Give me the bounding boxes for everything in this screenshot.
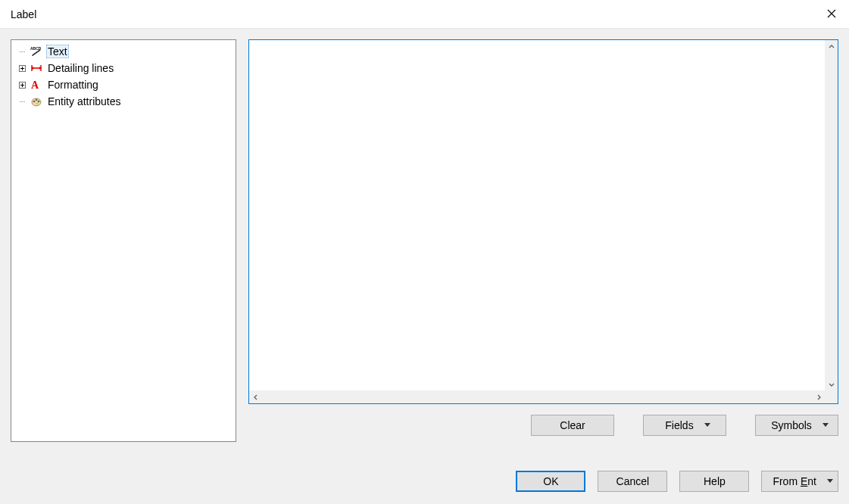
dropdown-caret-icon <box>827 479 833 484</box>
help-button[interactable]: Help <box>679 471 749 492</box>
close-button[interactable] <box>814 0 849 29</box>
from-ent-button[interactable]: From Ent <box>761 471 838 492</box>
tree-expander <box>14 43 30 60</box>
tree-item-detailing-lines[interactable]: Detailing lines <box>14 60 233 76</box>
svg-marker-14 <box>704 423 710 427</box>
category-tree-panel: ABCD Text <box>11 39 236 442</box>
tree-item-formatting[interactable]: A Formatting <box>14 76 233 93</box>
svg-marker-15 <box>822 423 829 427</box>
button-label: Cancel <box>616 475 650 487</box>
button-label: Symbols <box>771 419 812 431</box>
vertical-scrollbar[interactable] <box>825 40 838 390</box>
svg-point-11 <box>36 99 38 101</box>
format-a-icon: A <box>30 78 43 92</box>
button-label: Clear <box>560 419 585 431</box>
scroll-up-icon[interactable] <box>825 40 838 53</box>
tree-expander[interactable] <box>14 60 30 76</box>
dropdown-caret-icon <box>822 423 829 428</box>
svg-marker-16 <box>827 479 833 483</box>
tree-item-entity-attributes[interactable]: Entity attributes <box>14 93 233 110</box>
ok-button[interactable]: OK <box>516 471 585 492</box>
window-title: Label <box>11 8 814 20</box>
button-label: Fields <box>665 419 693 431</box>
button-label: OK <box>543 475 558 487</box>
svg-text:A: A <box>31 79 39 91</box>
clear-button[interactable]: Clear <box>531 415 614 436</box>
svg-point-13 <box>36 103 39 105</box>
cancel-button[interactable]: Cancel <box>598 471 667 492</box>
button-label: From Ent <box>773 475 816 487</box>
tree-item-label: Formatting <box>46 79 100 91</box>
scroll-right-icon[interactable] <box>812 390 825 403</box>
scroll-left-icon[interactable] <box>249 390 262 403</box>
tree-item-label: Detailing lines <box>46 62 115 74</box>
text-annotation-icon: ABCD <box>30 45 43 58</box>
dialog-buttons-row: OK Cancel Help From Ent <box>248 471 838 493</box>
svg-point-12 <box>38 101 40 103</box>
horizontal-scrollbar[interactable] <box>249 390 838 403</box>
tree-expander <box>14 93 30 110</box>
svg-line-1 <box>33 50 40 55</box>
dialog-client-area: ABCD Text <box>0 29 849 504</box>
scroll-down-icon[interactable] <box>825 378 838 390</box>
title-bar: Label <box>0 0 849 29</box>
dimension-icon <box>30 61 43 75</box>
tree-item-label: Entity attributes <box>46 95 123 107</box>
symbols-button[interactable]: Symbols <box>755 415 838 436</box>
category-tree[interactable]: ABCD Text <box>11 40 236 113</box>
label-text-editor-frame <box>248 39 838 404</box>
label-text-input[interactable] <box>249 40 398 73</box>
tree-item-label: Text <box>46 45 69 58</box>
palette-icon <box>30 95 43 108</box>
button-label: Help <box>704 475 726 487</box>
fields-button[interactable]: Fields <box>643 415 726 436</box>
editor-buttons-row: Clear Fields Symbols <box>248 415 838 437</box>
tree-expander[interactable] <box>14 76 30 93</box>
dropdown-caret-icon <box>704 423 710 428</box>
svg-point-10 <box>33 101 36 103</box>
close-icon <box>827 8 836 20</box>
tree-item-text[interactable]: ABCD Text <box>14 43 233 60</box>
